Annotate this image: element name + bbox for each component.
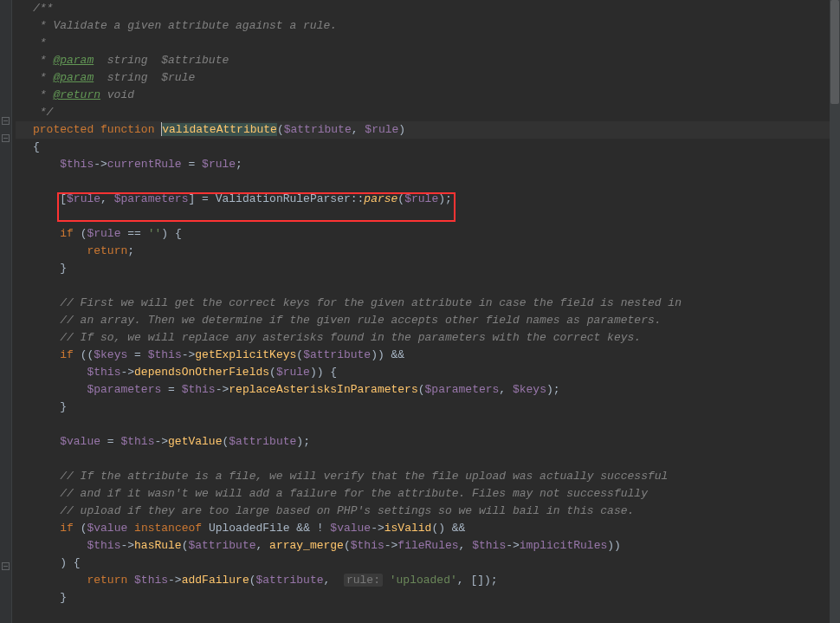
code-line: if ($rule == '') { xyxy=(16,225,840,243)
code-line xyxy=(16,451,840,468)
code-line: * @param string $rule xyxy=(16,69,840,87)
code-line xyxy=(16,208,840,225)
code-line xyxy=(16,277,840,295)
code-line: * Validate a given attribute against a r… xyxy=(16,17,840,35)
code-line: [$rule, $parameters] = ValidationRulePar… xyxy=(16,191,840,208)
code-line: if (($keys = $this->getExplicitKeys($att… xyxy=(16,347,840,364)
code-line: $this->hasRule($attribute, array_merge($… xyxy=(16,537,840,555)
code-line: // If the attribute is a file, we will v… xyxy=(16,468,840,485)
code-line: return; xyxy=(16,243,840,260)
code-line: $parameters = $this->replaceAsterisksInP… xyxy=(16,381,840,399)
code-line: } xyxy=(16,589,840,607)
code-line: // an array. Then we determine if the gi… xyxy=(16,312,840,329)
code-line xyxy=(16,416,840,433)
text-caret xyxy=(161,122,162,136)
code-line: if ($value instanceof UploadedFile && ! … xyxy=(16,520,840,537)
code-line: } xyxy=(16,399,840,416)
code-line: * @param string $attribute xyxy=(16,52,840,69)
code-line: { xyxy=(16,139,840,156)
code-line: $this->currentRule = $rule; xyxy=(16,156,840,173)
code-line: $this->dependsOnOtherFields($rule)) { xyxy=(16,364,840,381)
code-line-current: protected function validateAttribute($at… xyxy=(16,121,840,139)
code-line: ) { xyxy=(16,555,840,572)
code-line: // If so, we will replace any asterisks … xyxy=(16,329,840,347)
vertical-scrollbar[interactable] xyxy=(830,0,840,623)
gutter xyxy=(0,0,12,623)
code-line: /** xyxy=(16,0,840,17)
code-line: } xyxy=(16,260,840,277)
code-line: * @return void xyxy=(16,87,840,104)
code-line: // and if it wasn't we will add a failur… xyxy=(16,485,840,503)
code-line xyxy=(16,173,840,191)
code-line: $value = $this->getValue($attribute); xyxy=(16,433,840,451)
code-line: // upload if they are too large based on… xyxy=(16,503,840,520)
code-editor: /** * Validate a given attribute against… xyxy=(0,0,840,623)
fold-marker-minus[interactable] xyxy=(2,562,10,570)
fold-marker-minus[interactable] xyxy=(2,134,10,142)
code-content[interactable]: /** * Validate a given attribute against… xyxy=(12,0,840,623)
fold-marker-minus[interactable] xyxy=(2,117,10,125)
code-line: // First we will get the correct keys fo… xyxy=(16,295,840,312)
code-line: */ xyxy=(16,104,840,121)
code-line: return $this->addFailure($attribute, rul… xyxy=(16,572,840,589)
scroll-thumb[interactable] xyxy=(830,0,839,104)
code-line: * xyxy=(16,35,840,52)
